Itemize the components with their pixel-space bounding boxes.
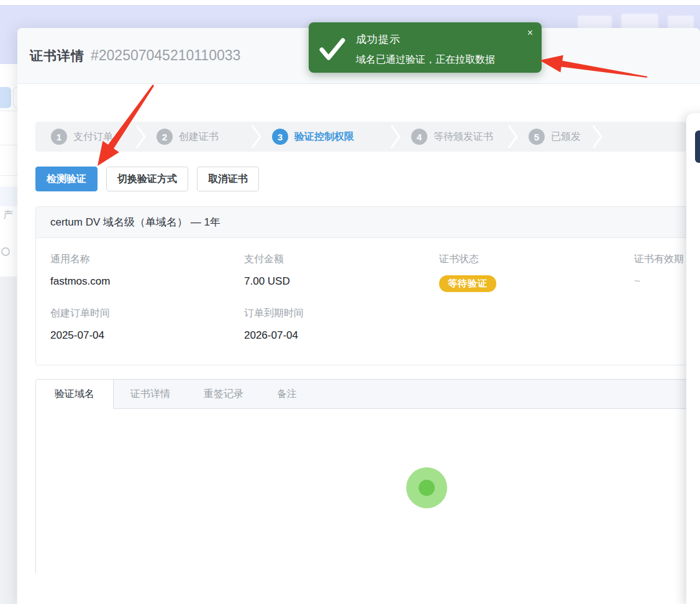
step-create-cert: 2 创建证书 [157, 129, 251, 145]
tab-cert-detail[interactable]: 证书详情 [114, 380, 187, 408]
background-divider [0, 145, 17, 145]
tab-verify-domain[interactable]: 验证域名 [36, 380, 114, 409]
step-wait-issue: 4 等待颁发证书 [411, 129, 507, 145]
modal-title: 证书详情 [30, 47, 84, 65]
background-ghost-control [578, 16, 612, 29]
field-order-created: 创建订单时间 2025-07-04 [50, 307, 244, 342]
field-common-name: 通用名称 fastmos.com [50, 253, 244, 292]
toast-message: 域名已通过验证，正在拉取数据 [356, 53, 495, 66]
status-badge: 等待验证 [439, 275, 496, 292]
chevron-separator-icon [592, 122, 604, 152]
field-cert-status: 证书状态 等待验证 [439, 253, 634, 292]
close-icon[interactable]: × [527, 28, 533, 38]
tab-remarks[interactable]: 备注 [260, 380, 314, 408]
background-gray-column [0, 277, 17, 604]
screen: 产 证书详情 #202507045210110033 1 支付订单 2 创建证书… [0, 0, 700, 604]
chevron-separator-icon [251, 122, 263, 152]
success-toast: 成功提示 域名已通过验证，正在拉取数据 × [309, 22, 542, 73]
order-number: #202507045210110033 [91, 47, 240, 64]
chevron-separator-icon [390, 122, 402, 152]
step-number: 3 [272, 129, 288, 145]
background-divider [0, 111, 17, 111]
toast-title: 成功提示 [356, 32, 401, 47]
field-payment-amount: 支付金额 7.00 USD [244, 253, 439, 292]
check-verification-button[interactable]: 检测验证 [35, 167, 98, 191]
action-buttons-row: 检测验证 切换验证方式 取消证书 [35, 167, 259, 191]
switch-verification-method-button[interactable]: 切换验证方式 [106, 167, 188, 191]
cancel-certificate-button[interactable]: 取消证书 [197, 167, 259, 191]
certificate-product-name: certum DV 域名级（单域名） — 1年 [36, 207, 699, 238]
certificate-fields-grid: 通用名称 fastmos.com 支付金额 7.00 USD 证书状态 等待验证… [36, 238, 699, 342]
background-circle-icon [1, 247, 10, 256]
progress-stepper: 1 支付订单 2 创建证书 3 验证控制权限 4 等待颁发证书 5 已颁发 [35, 122, 686, 152]
field-order-expiry: 订单到期时间 2026-07-04 [244, 307, 439, 342]
background-ghost-control [668, 16, 694, 29]
check-icon [319, 37, 346, 62]
chevron-separator-icon [135, 122, 148, 152]
detail-tabs-panel: 验证域名 证书详情 重签记录 备注 [35, 379, 700, 575]
chevron-separator-icon [507, 122, 520, 152]
loading-pulse-icon [406, 467, 447, 508]
background-divider [0, 175, 17, 176]
background-row-highlight [0, 186, 17, 206]
step-number: 5 [529, 129, 545, 145]
step-issued: 5 已颁发 [529, 129, 592, 145]
side-drawer-edge [686, 113, 700, 604]
step-pay-order: 1 支付订单 [51, 129, 135, 145]
background-partial-text: 产 [3, 209, 13, 222]
tab-resign-records[interactable]: 重签记录 [187, 380, 260, 408]
step-number: 4 [411, 129, 427, 145]
certificate-info-card: certum DV 域名级（单域名） — 1年 通用名称 fastmos.com… [35, 206, 700, 365]
tabs-header: 验证域名 证书详情 重签记录 备注 [36, 380, 699, 409]
step-verify-control: 3 验证控制权限 [272, 129, 390, 145]
tab-content-verify-domain [36, 409, 699, 575]
step-number: 2 [157, 129, 173, 145]
side-drawer-accent-block [695, 130, 700, 163]
background-selected-chip [0, 87, 11, 108]
certificate-detail-modal: 证书详情 #202507045210110033 1 支付订单 2 创建证书 3… [17, 28, 700, 604]
step-number: 1 [51, 129, 67, 145]
